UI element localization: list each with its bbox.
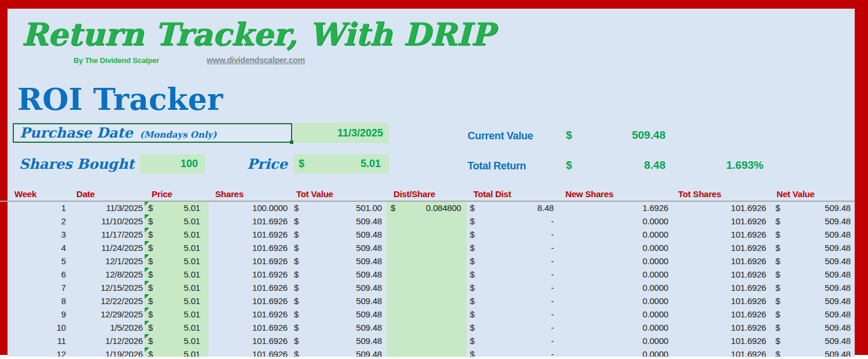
- cell-tot-shares[interactable]: 101.6926: [671, 294, 770, 308]
- cell-total-dist[interactable]: $-: [466, 268, 558, 281]
- cell-dist-share[interactable]: [387, 321, 466, 334]
- price-input[interactable]: $ 5.01: [294, 154, 389, 173]
- cell-tot-value[interactable]: $509.48: [289, 281, 387, 294]
- cell-new-shares[interactable]: 0.0000: [558, 347, 671, 357]
- cell-tot-shares[interactable]: 101.6926: [671, 228, 770, 241]
- cell-dist-share[interactable]: $0.084800: [387, 201, 466, 214]
- cell-tot-value[interactable]: $509.48: [289, 254, 387, 268]
- cell-new-shares[interactable]: 0.0000: [558, 254, 671, 268]
- cell-tot-value[interactable]: $509.48: [289, 241, 387, 254]
- cell-dist-share[interactable]: [387, 241, 466, 254]
- cell-new-shares[interactable]: 0.0000: [558, 334, 671, 347]
- cell-date[interactable]: 12/15/2025: [69, 281, 145, 294]
- cell-price[interactable]: $5.01: [145, 294, 208, 308]
- cell-tot-value[interactable]: $501.00: [289, 201, 387, 214]
- cell-tot-value[interactable]: $509.48: [289, 347, 387, 357]
- cell-shares[interactable]: 101.6926: [208, 241, 289, 254]
- cell-tot-shares[interactable]: 101.6926: [671, 214, 770, 228]
- cell-total-dist[interactable]: $-: [466, 281, 558, 294]
- cell-shares[interactable]: 101.6926: [208, 268, 289, 281]
- cell-week[interactable]: 12: [8, 347, 69, 357]
- cell-net-value[interactable]: $509.48: [770, 347, 855, 357]
- cell-dist-share[interactable]: [387, 281, 466, 294]
- cell-total-dist[interactable]: $-: [466, 334, 558, 347]
- website-link[interactable]: www.dividendscalper.com: [207, 55, 305, 65]
- cell-shares[interactable]: 101.6926: [208, 294, 289, 308]
- cell-date[interactable]: 11/10/2025: [69, 214, 145, 228]
- cell-tot-value[interactable]: $509.48: [289, 228, 387, 241]
- cell-tot-value[interactable]: $509.48: [289, 334, 387, 347]
- cell-tot-value[interactable]: $509.48: [289, 294, 387, 308]
- cell-shares[interactable]: 100.0000: [208, 201, 289, 214]
- cell-net-value[interactable]: $509.48: [770, 214, 855, 228]
- cell-new-shares[interactable]: 0.0000: [558, 241, 671, 254]
- cell-price[interactable]: $5.01: [145, 228, 208, 241]
- cell-tot-shares[interactable]: 101.6926: [671, 321, 770, 334]
- cell-net-value[interactable]: $509.48: [770, 281, 855, 294]
- cell-tot-value[interactable]: $509.48: [289, 308, 387, 321]
- cell-price[interactable]: $5.01: [145, 281, 208, 294]
- cell-new-shares[interactable]: 0.0000: [558, 321, 671, 334]
- cell-date[interactable]: 11/3/2025: [69, 201, 145, 214]
- cell-price[interactable]: $5.01: [145, 254, 208, 268]
- cell-net-value[interactable]: $509.48: [770, 321, 855, 334]
- cell-new-shares[interactable]: 0.0000: [558, 268, 671, 281]
- cell-week[interactable]: 4: [8, 241, 69, 254]
- cell-week[interactable]: 10: [8, 321, 69, 334]
- cell-price[interactable]: $5.01: [145, 347, 208, 357]
- cell-date[interactable]: 1/19/2026: [69, 347, 145, 357]
- cell-tot-shares[interactable]: 101.6926: [671, 201, 770, 214]
- cell-week[interactable]: 2: [8, 214, 69, 228]
- cell-shares[interactable]: 101.6926: [208, 308, 289, 321]
- cell-total-dist[interactable]: $-: [466, 308, 558, 321]
- shares-bought-input[interactable]: 100: [140, 154, 205, 173]
- cell-tot-value[interactable]: $509.48: [289, 214, 387, 228]
- cell-week[interactable]: 3: [8, 228, 69, 241]
- cell-tot-shares[interactable]: 101.6926: [671, 308, 770, 321]
- cell-week[interactable]: 7: [8, 281, 69, 294]
- cell-dist-share[interactable]: [387, 294, 466, 308]
- cell-tot-value[interactable]: $509.48: [289, 268, 387, 281]
- cell-date[interactable]: 12/1/2025: [69, 254, 145, 268]
- cell-price[interactable]: $5.01: [145, 201, 208, 214]
- cell-shares[interactable]: 101.6926: [208, 254, 289, 268]
- cell-dist-share[interactable]: [387, 268, 466, 281]
- cell-net-value[interactable]: $509.48: [770, 334, 855, 347]
- cell-new-shares[interactable]: 0.0000: [558, 281, 671, 294]
- cell-tot-shares[interactable]: 101.6926: [671, 281, 770, 294]
- cell-shares[interactable]: 101.6926: [208, 214, 289, 228]
- cell-tot-shares[interactable]: 101.6926: [671, 254, 770, 268]
- cell-net-value[interactable]: $509.48: [770, 308, 855, 321]
- cell-new-shares[interactable]: 0.0000: [558, 214, 671, 228]
- cell-dist-share[interactable]: [387, 308, 466, 321]
- cell-net-value[interactable]: $509.48: [770, 241, 855, 254]
- cell-week[interactable]: 5: [8, 254, 69, 268]
- cell-dist-share[interactable]: [387, 228, 466, 241]
- cell-shares[interactable]: 101.6926: [208, 347, 289, 357]
- cell-price[interactable]: $5.01: [145, 321, 208, 334]
- cell-new-shares[interactable]: 0.0000: [558, 228, 671, 241]
- cell-dist-share[interactable]: [387, 347, 466, 357]
- cell-net-value[interactable]: $509.48: [770, 268, 855, 281]
- purchase-date-cell[interactable]: Purchase Date (Mondays Only): [13, 123, 292, 143]
- cell-date[interactable]: 12/22/2025: [69, 294, 145, 308]
- cell-new-shares[interactable]: 0.0000: [558, 294, 671, 308]
- purchase-date-input[interactable]: 11/3/2025: [294, 123, 389, 143]
- cell-date[interactable]: 11/17/2025: [69, 228, 145, 241]
- cell-week[interactable]: 8: [8, 294, 69, 308]
- cell-new-shares[interactable]: 0.0000: [558, 308, 671, 321]
- cell-tot-value[interactable]: $509.48: [289, 321, 387, 334]
- cell-date[interactable]: 12/29/2025: [69, 308, 145, 321]
- cell-week[interactable]: 6: [8, 268, 69, 281]
- cell-price[interactable]: $5.01: [145, 241, 208, 254]
- cell-week[interactable]: 11: [8, 334, 69, 347]
- cell-total-dist[interactable]: $-: [466, 241, 558, 254]
- cell-dist-share[interactable]: [387, 214, 466, 228]
- cell-net-value[interactable]: $509.48: [770, 201, 855, 214]
- cell-tot-shares[interactable]: 101.6926: [671, 347, 770, 357]
- cell-shares[interactable]: 101.6926: [208, 321, 289, 334]
- cell-dist-share[interactable]: [387, 334, 466, 347]
- cell-price[interactable]: $5.01: [145, 308, 208, 321]
- cell-price[interactable]: $5.01: [145, 334, 208, 347]
- cell-total-dist[interactable]: $-: [466, 254, 558, 268]
